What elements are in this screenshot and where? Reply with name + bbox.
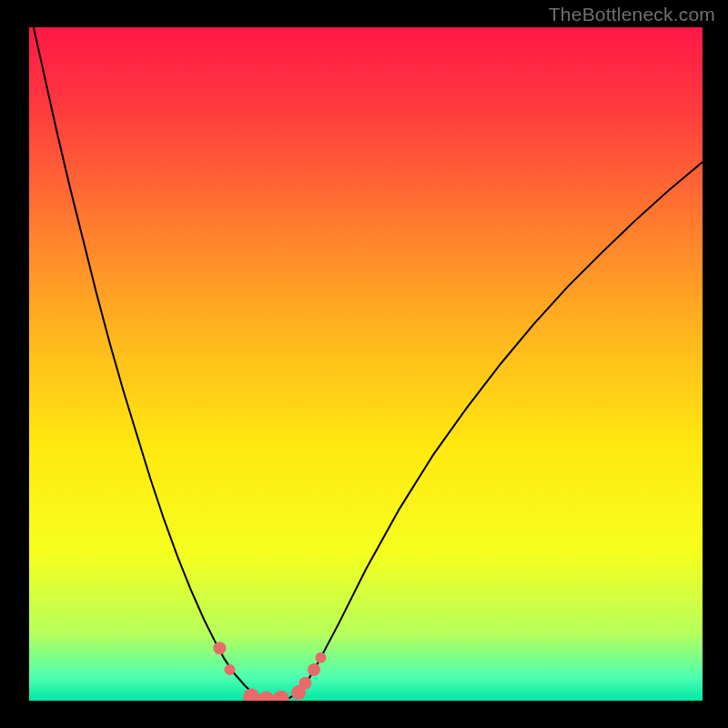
curve-marker — [298, 677, 311, 690]
curve-marker — [308, 663, 320, 676]
plot-background — [29, 27, 703, 701]
curve-marker — [225, 664, 236, 675]
curve-marker — [315, 652, 326, 663]
chart-frame: TheBottleneck.com — [0, 0, 728, 728]
curve-marker — [213, 642, 226, 654]
curve-marker — [258, 692, 274, 708]
curve-marker — [243, 689, 259, 705]
watermark-text: TheBottleneck.com — [549, 4, 715, 25]
bottleneck-chart — [0, 0, 728, 728]
curve-marker — [273, 691, 289, 707]
